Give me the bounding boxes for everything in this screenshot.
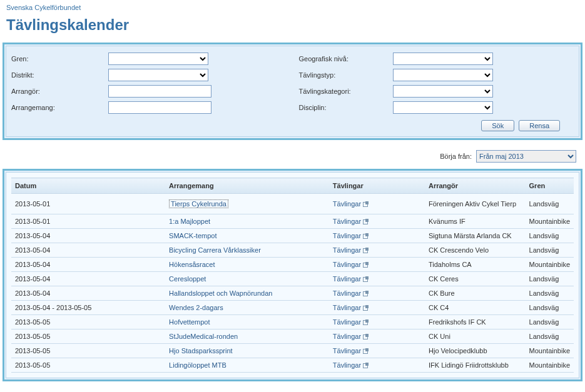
popup-icon [363,334,368,339]
arrangor-input[interactable] [108,85,211,98]
popup-icon [363,320,368,325]
cell-tavlingar: Tävlingar [329,229,425,243]
arrangemang-input[interactable] [108,101,211,114]
tavlingskategori-label: Tävlingskategori: [299,88,393,95]
tavlingar-link[interactable]: Tävlingar [333,289,361,297]
geografisk-label: Geografisk nivå: [299,55,393,63]
clear-button[interactable]: Rensa [519,120,560,131]
popup-icon [363,263,368,268]
cell-arrangor: Kvänums IF [425,214,526,229]
tavlingar-link[interactable]: Tävlingar [333,218,361,225]
arrangemang-link[interactable]: 1:a Majloppet [169,218,210,225]
cell-arrangemang: Lidingöloppet MTB [165,358,329,373]
arrangemang-link[interactable]: Lidingöloppet MTB [169,361,226,369]
cell-arrangemang: Bicycling Carrera Vårklassiker [165,243,329,258]
gren-select[interactable] [108,53,208,65]
cell-datum: 2013-05-01 [11,194,165,214]
cell-datum: 2013-05-04 [11,272,165,286]
tavlingar-link[interactable]: Tävlingar [333,347,361,354]
tavlingar-link[interactable]: Tävlingar [333,261,361,268]
table-row: 2013-05-04SMACK-tempotTävlingarSigtuna M… [11,229,574,243]
cell-gren: Landsväg [526,272,574,286]
arrangemang-link[interactable]: Tierps Cykelrunda [169,199,228,208]
arrangemang-link[interactable]: Hofvettempot [169,318,210,326]
cell-arrangemang: Hallandsloppet och Wapnörundan [165,286,329,301]
table-row: 2013-05-05StJudeMedical-rondenTävlingarC… [11,329,574,344]
cell-gren: Landsväg [526,301,574,315]
tavlingar-link[interactable]: Tävlingar [333,304,361,311]
tavlingar-link[interactable]: Tävlingar [333,333,361,340]
tavlingar-link[interactable]: Tävlingar [333,246,361,254]
cell-tavlingar: Tävlingar [329,315,425,329]
popup-icon [363,202,368,207]
cell-arrangor: CK C4 [425,301,526,315]
cell-gren: Landsväg [526,243,574,258]
cell-tavlingar: Tävlingar [329,329,425,344]
tavlingskategori-select[interactable] [393,85,493,98]
cell-arrangor: CK Crescendo Velo [425,243,526,258]
tavlingar-link[interactable]: Tävlingar [333,232,361,239]
page-title: Tävlingskalender [0,13,585,43]
tavlingar-link[interactable]: Tävlingar [333,200,361,208]
arrangemang-link[interactable]: StJudeMedical-ronden [169,333,238,340]
search-panel: Gren: Distrikt: Arrangör: Arrangemang: [3,43,582,140]
arrangemang-link[interactable]: SMACK-tempot [169,232,216,239]
cell-datum: 2013-05-01 [11,214,165,229]
arrangemang-link[interactable]: Hökensåsracet [169,261,215,268]
cell-datum: 2013-05-04 [11,258,165,272]
cell-arrangor: Fredrikshofs IF CK [425,315,526,329]
distrikt-select[interactable] [108,69,208,81]
disciplin-select[interactable] [393,101,493,114]
cell-datum: 2013-05-05 [11,358,165,373]
tavlingstyp-select[interactable] [393,69,493,81]
tavlingar-link[interactable]: Tävlingar [333,275,361,283]
tavlingar-link[interactable]: Tävlingar [333,361,361,369]
cell-datum: 2013-05-04 [11,243,165,258]
cell-datum: 2013-05-04 [11,286,165,301]
gren-label: Gren: [11,55,108,63]
table-row: 2013-05-04HökensåsracetTävlingarTidaholm… [11,258,574,272]
cell-arrangor: CK Bure [425,286,526,301]
table-row: 2013-05-011:a MajloppetTävlingarKvänums … [11,214,574,229]
arrangemang-link[interactable]: Ceresloppet [169,275,206,283]
cell-gren: Landsväg [526,286,574,301]
popup-icon [363,363,368,368]
cell-tavlingar: Tävlingar [329,272,425,286]
tavlingstyp-label: Tävlingstyp: [299,71,393,79]
popup-icon [363,277,368,282]
cell-arrangor: CK Uni [425,329,526,344]
table-row: 2013-05-04 - 2013-05-05Wendes 2-dagarsTä… [11,301,574,315]
cell-gren: Landsväg [526,329,574,344]
cell-arrangor: Föreningen Aktiv Cykel Tierp [425,194,526,214]
col-header-tavlingar: Tävlingar [329,178,425,194]
popup-icon [363,349,368,354]
table-row: 2013-05-04Bicycling Carrera Vårklassiker… [11,243,574,258]
cell-arrangemang: Tierps Cykelrunda [165,194,329,214]
table-row: 2013-05-04CeresloppetTävlingarCK CeresLa… [11,272,574,286]
cell-gren: Landsväg [526,229,574,243]
arrangemang-link[interactable]: Bicycling Carrera Vårklassiker [169,246,261,254]
table-row: 2013-05-05Lidingöloppet MTBTävlingarIFK … [11,358,574,373]
cell-datum: 2013-05-04 [11,229,165,243]
table-row: 2013-05-01Tierps CykelrundaTävlingarFöre… [11,194,574,214]
distrikt-label: Distrikt: [11,71,108,79]
cell-gren: Mountainbike [526,214,574,229]
geografisk-select[interactable] [393,53,493,65]
start-from-select[interactable]: Från maj 2013 [476,150,576,163]
col-header-arrangor: Arrangör [425,178,526,194]
col-header-datum: Datum [11,178,165,194]
cell-datum: 2013-05-05 [11,344,165,358]
org-link[interactable]: Svenska Cykelförbundet [0,0,585,13]
tavlingar-link[interactable]: Tävlingar [333,318,361,326]
cell-tavlingar: Tävlingar [329,286,425,301]
search-button[interactable]: Sök [481,120,514,131]
arrangemang-link[interactable]: Wendes 2-dagars [169,304,223,311]
arrangemang-link[interactable]: Hjo Stadsparkssprint [169,347,233,354]
cell-arrangor: IFK Lidingö Friidrottsklubb [425,358,526,373]
results-panel: Datum Arrangemang Tävlingar Arrangör Gre… [3,169,582,381]
arrangemang-link[interactable]: Hallandsloppet och Wapnörundan [169,289,272,297]
cell-arrangemang: Ceresloppet [165,272,329,286]
cell-gren: Mountainbike [526,344,574,358]
arrangemang-label: Arrangemang: [11,104,108,111]
cell-gren: Mountainbike [526,258,574,272]
